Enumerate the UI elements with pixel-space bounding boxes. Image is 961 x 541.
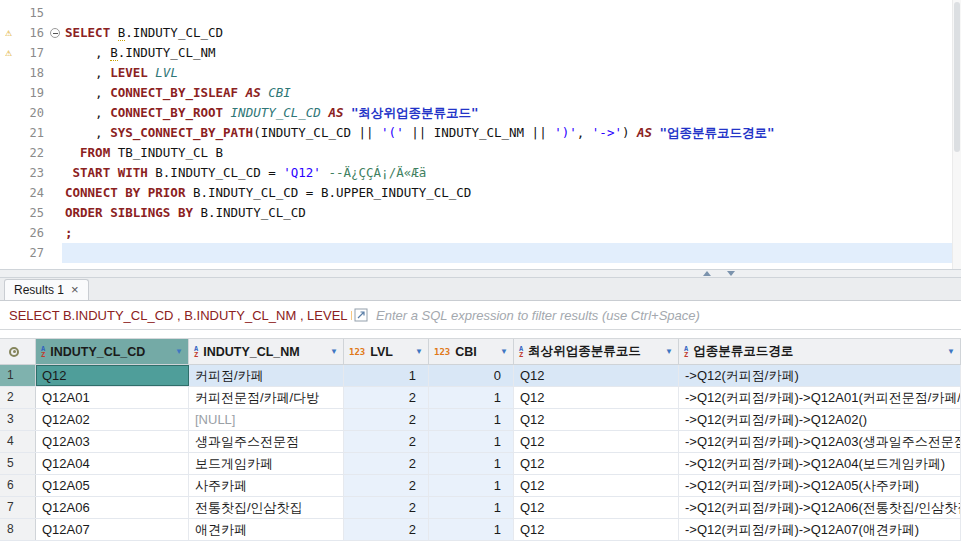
column-filter-icon[interactable]: ▼	[175, 347, 183, 356]
table-row[interactable]: 2Q12A01커피전문점/카페/다방21Q12->Q12(커피점/카페)->Q1…	[0, 387, 961, 409]
editor-line[interactable]: 20 , CONNECT_BY_ROOT INDUTY_CL_CD AS "최상…	[0, 103, 961, 123]
cell[interactable]: Q12	[514, 409, 679, 430]
table-row[interactable]: 8Q12A07애견카페21Q12->Q12(커피점/카페)->Q12A07(애견…	[0, 519, 961, 541]
editor-results-splitter[interactable]	[0, 269, 961, 278]
table-row[interactable]: 1Q12커피점/카페10Q12->Q12(커피점/카페)	[0, 365, 961, 387]
collapse-up-icon[interactable]	[703, 271, 711, 276]
cell[interactable]: 보드게임카페	[189, 453, 344, 474]
row-number[interactable]: 1	[0, 365, 36, 386]
cell[interactable]: 1	[429, 475, 514, 496]
cell[interactable]: Q12	[514, 519, 679, 540]
editor-line[interactable]: 22 FROM TB_INDUTY_CL B	[0, 143, 961, 163]
editor-line[interactable]: 15	[0, 3, 961, 23]
filter-input[interactable]	[374, 304, 961, 326]
cell[interactable]: Q12	[514, 497, 679, 518]
cell[interactable]: Q12A06	[36, 497, 189, 518]
cell[interactable]: Q12	[36, 365, 189, 386]
cell[interactable]: Q12	[514, 453, 679, 474]
cell[interactable]: Q12A05	[36, 475, 189, 496]
cell[interactable]: 1	[429, 387, 514, 408]
cell[interactable]: 2	[344, 453, 429, 474]
cell[interactable]: Q12	[514, 475, 679, 496]
cell[interactable]: 2	[344, 497, 429, 518]
table-row[interactable]: 3Q12A02[NULL]21Q12->Q12(커피점/카페)->Q12A02(…	[0, 409, 961, 431]
table-row[interactable]: 7Q12A06전통찻집/인삼찻집21Q12->Q12(커피점/카페)->Q12A…	[0, 497, 961, 519]
cell[interactable]: Q12A03	[36, 431, 189, 452]
cell[interactable]: 2	[344, 475, 429, 496]
fold-collapse-icon[interactable]	[47, 23, 62, 43]
row-number[interactable]: 5	[0, 453, 36, 474]
cell[interactable]: 2	[344, 387, 429, 408]
cell[interactable]: 1	[429, 453, 514, 474]
editor-line[interactable]: 18 , LEVEL LVL	[0, 63, 961, 83]
cell[interactable]: ->Q12(커피점/카페)->Q12A06(전통찻집/인삼찻집)	[679, 497, 961, 518]
row-number[interactable]: 4	[0, 431, 36, 452]
editor-line[interactable]: 25ORDER SIBLINGS BY B.INDUTY_CL_CD	[0, 203, 961, 223]
cell[interactable]: 1	[429, 431, 514, 452]
column-header-INDUTY_CL_CD[interactable]: AZINDUTY_CL_CD▼	[36, 339, 189, 364]
row-number[interactable]: 2	[0, 387, 36, 408]
column-header-LVL[interactable]: 123LVL▼	[344, 339, 429, 364]
close-tab-icon[interactable]: ×	[71, 284, 79, 296]
row-number[interactable]: 3	[0, 409, 36, 430]
editor-line[interactable]: 21 , SYS_CONNECT_BY_PATH(INDUTY_CL_CD ||…	[0, 123, 961, 143]
cell[interactable]: ->Q12(커피점/카페)->Q12A07(애견카페)	[679, 519, 961, 540]
column-filter-icon[interactable]: ▼	[330, 347, 338, 356]
cell[interactable]: 0	[429, 365, 514, 386]
table-row[interactable]: 5Q12A04보드게임카페21Q12->Q12(커피점/카페)->Q12A04(…	[0, 453, 961, 475]
editor-line[interactable]: 19 , CONNECT_BY_ISLEAF AS CBI	[0, 83, 961, 103]
cell[interactable]: 전통찻집/인삼찻집	[189, 497, 344, 518]
cell[interactable]: 2	[344, 431, 429, 452]
editor-line[interactable]: 24CONNECT BY PRIOR B.INDUTY_CL_CD = B.UP…	[0, 183, 961, 203]
editor-line[interactable]: 27	[0, 243, 961, 263]
cell[interactable]: 커피전문점/카페/다방	[189, 387, 344, 408]
editor-line[interactable]: ⚠16SELECT B.INDUTY_CL_CD	[0, 23, 961, 43]
cell[interactable]: ->Q12(커피점/카페)->Q12A01(커피전문점/카페/다방)	[679, 387, 961, 408]
cell[interactable]: 생과일주스전문점	[189, 431, 344, 452]
column-filter-icon[interactable]: ▼	[500, 347, 508, 356]
table-row[interactable]: 6Q12A05사주카페21Q12->Q12(커피점/카페)->Q12A05(사주…	[0, 475, 961, 497]
collapse-down-icon[interactable]	[727, 271, 735, 276]
table-row[interactable]: 4Q12A03생과일주스전문점21Q12->Q12(커피점/카페)->Q12A0…	[0, 431, 961, 453]
row-number[interactable]: 8	[0, 519, 36, 540]
cell[interactable]: ->Q12(커피점/카페)	[679, 365, 961, 386]
cell[interactable]: 2	[344, 409, 429, 430]
editor-scrollbar[interactable]	[952, 0, 961, 269]
cell[interactable]: Q12	[514, 431, 679, 452]
cell[interactable]: 애견카페	[189, 519, 344, 540]
select-all-corner[interactable]	[0, 339, 36, 364]
editor-line[interactable]: 26;	[0, 223, 961, 243]
scrollbar-thumb[interactable]	[954, 2, 960, 152]
cell[interactable]: 1	[344, 365, 429, 386]
column-header-업종분류코드경로[interactable]: AZ업종분류코드경로▼	[679, 339, 961, 364]
editor-line[interactable]: ⚠17 , B.INDUTY_CL_NM	[0, 43, 961, 63]
cell[interactable]: ->Q12(커피점/카페)->Q12A04(보드게임카페)	[679, 453, 961, 474]
row-number[interactable]: 6	[0, 475, 36, 496]
cell[interactable]: 2	[344, 519, 429, 540]
cell[interactable]: Q12A07	[36, 519, 189, 540]
cell[interactable]: [NULL]	[189, 409, 344, 430]
column-header-최상위업종분류코드[interactable]: AZ최상위업종분류코드▼	[514, 339, 679, 364]
cell[interactable]: 사주카페	[189, 475, 344, 496]
cell[interactable]: Q12	[514, 365, 679, 386]
cell[interactable]: 1	[429, 519, 514, 540]
column-filter-icon[interactable]: ▼	[947, 347, 955, 356]
column-header-CBI[interactable]: 123CBI▼	[429, 339, 514, 364]
column-header-INDUTY_CL_NM[interactable]: AZINDUTY_CL_NM▼	[189, 339, 344, 364]
cell[interactable]: Q12	[514, 387, 679, 408]
cell[interactable]: 커피점/카페	[189, 365, 344, 386]
cell[interactable]: Q12A04	[36, 453, 189, 474]
cell[interactable]: Q12A02	[36, 409, 189, 430]
cell[interactable]: 1	[429, 497, 514, 518]
row-number[interactable]: 7	[0, 497, 36, 518]
sql-editor[interactable]: 15⚠16SELECT B.INDUTY_CL_CD⚠17 , B.INDUTY…	[0, 0, 961, 269]
cell[interactable]: Q12A01	[36, 387, 189, 408]
column-filter-icon[interactable]: ▼	[665, 347, 673, 356]
cell[interactable]: ->Q12(커피점/카페)->Q12A05(사주카페)	[679, 475, 961, 496]
cell[interactable]: 1	[429, 409, 514, 430]
editor-line[interactable]: 23 START WITH B.INDUTY_CL_CD = 'Q12' --Ä…	[0, 163, 961, 183]
column-filter-icon[interactable]: ▼	[415, 347, 423, 356]
fold-minus-icon[interactable]	[50, 28, 60, 38]
expand-filter-icon[interactable]	[354, 308, 368, 322]
tab-results-1[interactable]: Results 1 ×	[4, 279, 89, 300]
